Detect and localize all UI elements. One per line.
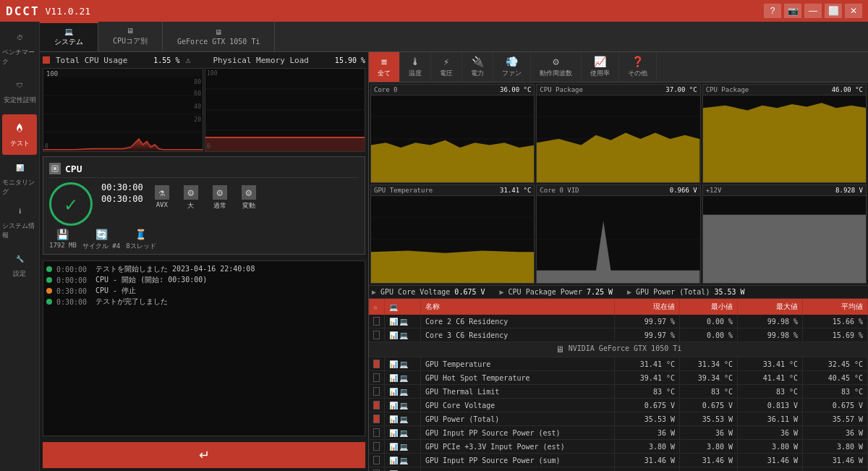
tab-system[interactable]: 💻 システム: [40, 22, 98, 51]
cpu-usage-value: 1.55 %: [153, 56, 179, 64]
row-current: 99.97 %: [615, 315, 680, 328]
checkbox[interactable]: [373, 415, 380, 423]
row-check[interactable]: [369, 399, 385, 412]
row-name: GPU Power (Total): [421, 412, 615, 425]
tab-fan[interactable]: 💨 ファン: [493, 52, 531, 82]
checkbox[interactable]: [373, 387, 380, 396]
usage-icon: 📈: [594, 56, 606, 67]
minimize-button[interactable]: —: [804, 4, 822, 18]
sidebar-item-test[interactable]: テスト: [2, 114, 37, 155]
sidebar-item-benchmark[interactable]: ⏱ ベンチマーク: [2, 27, 37, 68]
row-check[interactable]: [369, 426, 385, 439]
mem-load-value: 15.90 %: [335, 56, 365, 64]
tab-power[interactable]: 🔌 電力: [462, 52, 493, 82]
screenshot-button[interactable]: 📷: [784, 4, 801, 18]
status-checkmark: ✓: [65, 192, 77, 216]
cycle-value: サイクル #4: [82, 242, 120, 251]
variable-button[interactable]: ⚙ 変動: [236, 182, 262, 213]
checkbox[interactable]: [373, 401, 380, 410]
tab-usage[interactable]: 📈 使用率: [582, 52, 619, 82]
chart-core0-vid-value: 0.966 V: [670, 187, 697, 194]
row-min: 83 °C: [680, 385, 738, 398]
log-line: 0:00:00 テストを開始しました 2023-04-16 22:40:08: [46, 264, 362, 274]
chart-12v-value: 8.928 V: [835, 187, 863, 194]
checkbox[interactable]: [373, 360, 380, 368]
sidebar-item-monitor[interactable]: 📊 モニタリング: [2, 158, 37, 198]
tab-voltage-label: 電圧: [440, 69, 453, 78]
log-dot: [46, 266, 52, 272]
normal-button[interactable]: ⚙ 過常: [207, 182, 233, 213]
freq-icon: ⚙: [553, 56, 558, 67]
enter-button[interactable]: ↵: [43, 442, 365, 468]
th-min: 最小値: [680, 299, 738, 315]
row-check[interactable]: [369, 385, 385, 398]
variable-label: 変動: [242, 201, 255, 211]
checkbox[interactable]: [373, 373, 380, 382]
checkbox[interactable]: [373, 456, 380, 464]
tab-other[interactable]: ❓ その他: [619, 52, 657, 82]
voltage-icon: ⚡: [443, 56, 449, 67]
mem-load-label: Physical Memory Load: [213, 56, 308, 65]
avx-button[interactable]: ⚗ AVX: [149, 182, 175, 213]
row-check[interactable]: [369, 454, 385, 467]
row-name: GPU PCIe +12V Input Power (sum): [421, 467, 615, 471]
th-current: 現在値: [615, 299, 680, 315]
sidebar-item-sysinfo[interactable]: ℹ システム情報: [2, 201, 37, 242]
checkbox[interactable]: [373, 428, 380, 437]
fan-icon: 💨: [506, 56, 518, 67]
row-current: 83 °C: [615, 385, 680, 398]
tab-all[interactable]: ≡ 全て: [369, 52, 400, 82]
memory-value: 1792 MB: [49, 242, 77, 249]
log-text: CPU - 開始 (開始: 00:30:00): [95, 275, 207, 285]
row-check[interactable]: [369, 371, 385, 384]
sidebar-item-settings[interactable]: 🔧 設定: [2, 245, 37, 285]
metric-rows: Total CPU Usage 1.55 % ⚠ Physical Memory…: [40, 52, 368, 67]
cpu-specs: 💾 1792 MB 🔄 サイクル #4 🧵 8スレッド: [49, 229, 359, 251]
chart-12v: +12V 8.928 V: [702, 184, 867, 284]
tab-gtx1050ti[interactable]: 🖥 GeForce GTX 1050 Ti: [163, 22, 275, 51]
row-current: 31.73 W: [615, 467, 680, 471]
total-time: 00:30:00: [101, 194, 143, 204]
help-button[interactable]: ?: [764, 4, 781, 18]
log-line: 0:30:00 CPU - 停止: [46, 286, 362, 296]
row-check[interactable]: [369, 467, 385, 471]
cpu-chip-icon: [49, 163, 61, 174]
row-check[interactable]: [369, 328, 385, 341]
log-area: 0:00:00 テストを開始しました 2023-04-16 22:40:08 0…: [43, 260, 365, 436]
row-max: 36.11 W: [738, 412, 803, 425]
row-check[interactable]: [369, 440, 385, 453]
maximize-button[interactable]: ⬜: [825, 4, 842, 18]
cpu-header: CPU: [49, 160, 359, 178]
tab-cpu-core[interactable]: 🖥 CPUコア別: [98, 22, 163, 51]
titlebar-controls: ? 📷 — ⬜ ✕: [764, 4, 862, 18]
sidebar-item-stability[interactable]: 🛡 安定性証明: [2, 71, 37, 111]
log-time: 0:30:00: [56, 287, 91, 295]
tab-freq[interactable]: ⚙ 動作周波数: [531, 52, 582, 82]
chart-cpu-pkg2: CPU Package 46.00 °C: [702, 84, 867, 183]
row-avg: 15.69 %: [803, 328, 868, 341]
row-icons: 📊💻: [385, 467, 421, 471]
row-min: 36 W: [680, 426, 738, 439]
table-row: 📊💻 GPU Temperature 31.41 °C 31.34 °C 33.…: [369, 357, 868, 371]
checkbox[interactable]: [373, 442, 380, 451]
checkbox[interactable]: [373, 317, 380, 326]
tab-voltage[interactable]: ⚡ 電圧: [431, 52, 462, 82]
row-check[interactable]: [369, 315, 385, 328]
cpu-usage-row: Total CPU Usage 1.55 % ⚠ Physical Memory…: [43, 55, 365, 65]
row-avg: 36 W: [803, 426, 868, 439]
left-panel: Total CPU Usage 1.55 % ⚠ Physical Memory…: [40, 52, 369, 471]
cpu-buttons: ⚗ AVX ⚙ 大 ⚙ 過常: [149, 182, 359, 213]
right-panel: ≡ 全て 🌡 温度 ⚡ 電圧 🔌 電力: [369, 52, 868, 471]
sidebar-label-test: テスト: [10, 139, 30, 148]
chart-cpu-pkg-header: CPU Package 37.00 °C: [537, 85, 699, 96]
row-check[interactable]: [369, 357, 385, 370]
row-check[interactable]: [369, 412, 385, 425]
large-button[interactable]: ⚙ 大: [178, 182, 204, 213]
fire-icon: [12, 121, 27, 137]
tab-temp[interactable]: 🌡 温度: [400, 52, 431, 82]
chart-core0-vid-header: Core 0 VID 0.966 V: [537, 185, 699, 196]
close-button[interactable]: ✕: [845, 4, 862, 18]
tab-other-label: その他: [628, 69, 647, 78]
chart-cpu-pkg2-value: 46.00 °C: [832, 86, 863, 93]
checkbox[interactable]: [373, 331, 380, 339]
